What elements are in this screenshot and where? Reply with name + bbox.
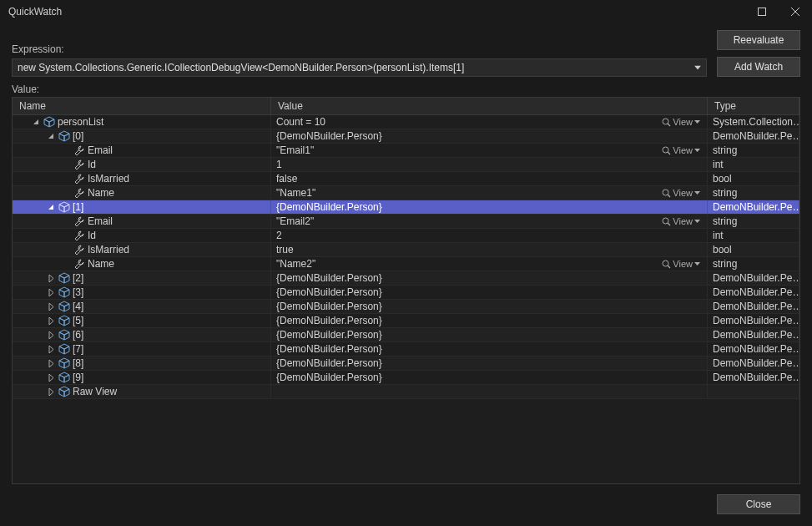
svg-marker-33	[59, 276, 64, 283]
view-visualizer-button[interactable]: View	[662, 259, 702, 269]
table-row[interactable]: IsMarriedtruebool	[13, 243, 799, 257]
svg-marker-22	[59, 202, 69, 207]
cell-name: [9]	[13, 371, 271, 384]
row-type: DemoNBuilder.Pe…	[713, 357, 799, 369]
add-watch-button[interactable]: Add Watch	[717, 57, 800, 77]
cell-type: DemoNBuilder.Pe…	[708, 300, 799, 313]
svg-marker-11	[48, 134, 53, 139]
cell-type: DemoNBuilder.Pe…	[708, 286, 799, 299]
cell-type: int	[708, 229, 799, 242]
view-visualizer-button[interactable]: View	[662, 216, 702, 226]
table-row[interactable]: [6]{DemoNBuilder.Person}DemoNBuilder.Pe…	[13, 328, 799, 342]
svg-marker-37	[59, 290, 64, 297]
svg-marker-12	[59, 131, 69, 136]
svg-marker-40	[59, 301, 69, 306]
wrench-icon	[73, 187, 86, 199]
table-row[interactable]: Raw View	[13, 385, 799, 399]
svg-line-19	[668, 195, 670, 197]
table-row[interactable]: Email"Email1"Viewstring	[13, 144, 799, 158]
expander-icon[interactable]	[46, 360, 56, 367]
cell-name: Name	[13, 257, 271, 271]
cell-type: System.Collection…	[708, 115, 799, 129]
table-row[interactable]: [9]{DemoNBuilder.Person}DemoNBuilder.Pe…	[13, 371, 799, 385]
expander-icon[interactable]	[46, 317, 56, 325]
view-visualizer-button[interactable]: View	[662, 145, 702, 155]
svg-point-8	[663, 119, 668, 124]
table-row[interactable]: [0]{DemoNBuilder.Person}DemoNBuilder.Pe…	[13, 129, 799, 144]
cell-name: Id	[13, 229, 271, 242]
expander-icon[interactable]	[46, 388, 56, 396]
watch-grid[interactable]: Name Value Type personListCount = 10View…	[12, 97, 800, 484]
wrench-icon	[73, 230, 86, 241]
chevron-down-icon[interactable]	[694, 220, 700, 223]
row-value: "Name1"	[276, 187, 315, 199]
object-icon	[58, 315, 71, 326]
row-name: IsMarried	[88, 173, 129, 185]
row-value: true	[276, 244, 294, 255]
expander-icon[interactable]	[31, 119, 41, 126]
expander-icon[interactable]	[46, 133, 56, 140]
chevron-down-icon[interactable]	[694, 149, 700, 152]
table-row[interactable]: [3]{DemoNBuilder.Person}DemoNBuilder.Pe…	[13, 286, 799, 300]
view-visualizer-button[interactable]: View	[662, 117, 702, 127]
expression-input[interactable]	[18, 62, 688, 73]
view-visualizer-button[interactable]: View	[662, 188, 702, 198]
svg-marker-54	[64, 346, 69, 354]
row-type: DemoNBuilder.Pe…	[713, 315, 799, 326]
expander-icon[interactable]	[46, 331, 56, 339]
table-row[interactable]: [5]{DemoNBuilder.Person}DemoNBuilder.Pe…	[13, 314, 799, 328]
expander-icon[interactable]	[46, 275, 56, 282]
cell-name: [8]	[13, 357, 271, 370]
chevron-down-icon[interactable]	[694, 262, 700, 266]
column-header-value[interactable]: Value	[271, 98, 708, 114]
close-window-button[interactable]	[779, 0, 812, 23]
table-row[interactable]: [8]{DemoNBuilder.Person}DemoNBuilder.Pe…	[13, 357, 799, 371]
table-row[interactable]: Name"Name2"Viewstring	[13, 257, 799, 271]
row-value: {DemoNBuilder.Person}	[276, 372, 382, 383]
chevron-down-icon[interactable]	[694, 191, 700, 195]
cell-name: IsMarried	[13, 172, 271, 185]
maximize-button[interactable]	[745, 0, 779, 23]
grid-header: Name Value Type	[13, 98, 799, 115]
reevaluate-button[interactable]: Reevaluate	[717, 30, 800, 50]
column-header-name[interactable]: Name	[13, 98, 271, 114]
svg-marker-49	[59, 332, 64, 340]
expander-icon[interactable]	[46, 204, 56, 211]
table-row[interactable]: Id2int	[13, 229, 799, 243]
table-row[interactable]: Name"Name1"Viewstring	[13, 186, 799, 200]
table-row[interactable]: IsMarriedfalsebool	[13, 172, 799, 186]
table-row[interactable]: Email"Email2"Viewstring	[13, 215, 799, 229]
table-row[interactable]: Id1int	[13, 158, 799, 172]
table-row[interactable]: [7]{DemoNBuilder.Person}DemoNBuilder.Pe…	[13, 342, 799, 357]
titlebar: QuickWatch	[0, 0, 812, 23]
table-row[interactable]: [2]{DemoNBuilder.Person}DemoNBuilder.Pe…	[13, 271, 799, 286]
row-value: "Email2"	[276, 215, 314, 227]
row-value: {DemoNBuilder.Person}	[276, 201, 382, 213]
close-button[interactable]: Close	[717, 494, 800, 514]
column-header-type[interactable]: Type	[708, 98, 799, 114]
row-name: [4]	[73, 301, 83, 312]
expander-icon[interactable]	[46, 303, 56, 311]
row-name: Id	[88, 230, 96, 241]
chevron-down-icon[interactable]	[694, 66, 701, 70]
row-name: [6]	[73, 329, 83, 341]
table-row[interactable]: personListCount = 10ViewSystem.Collectio…	[13, 115, 799, 129]
svg-marker-53	[59, 346, 64, 354]
view-label: View	[673, 145, 693, 155]
expander-icon[interactable]	[46, 289, 56, 296]
cell-type: bool	[708, 172, 799, 185]
row-name: IsMarried	[88, 244, 129, 255]
cell-value: {DemoNBuilder.Person}	[271, 286, 708, 299]
svg-marker-31	[49, 275, 53, 282]
object-icon	[58, 372, 71, 383]
chevron-down-icon[interactable]	[694, 120, 700, 124]
expander-icon[interactable]	[46, 346, 56, 353]
table-row[interactable]: [4]{DemoNBuilder.Person}DemoNBuilder.Pe…	[13, 300, 799, 314]
view-label: View	[673, 259, 693, 269]
table-row[interactable]: [1]{DemoNBuilder.Person}DemoNBuilder.Pe…	[13, 200, 799, 215]
svg-point-15	[663, 147, 668, 153]
svg-marker-5	[44, 117, 54, 122]
expander-icon[interactable]	[46, 374, 56, 382]
expression-combobox[interactable]	[12, 58, 707, 77]
svg-marker-47	[49, 331, 53, 339]
